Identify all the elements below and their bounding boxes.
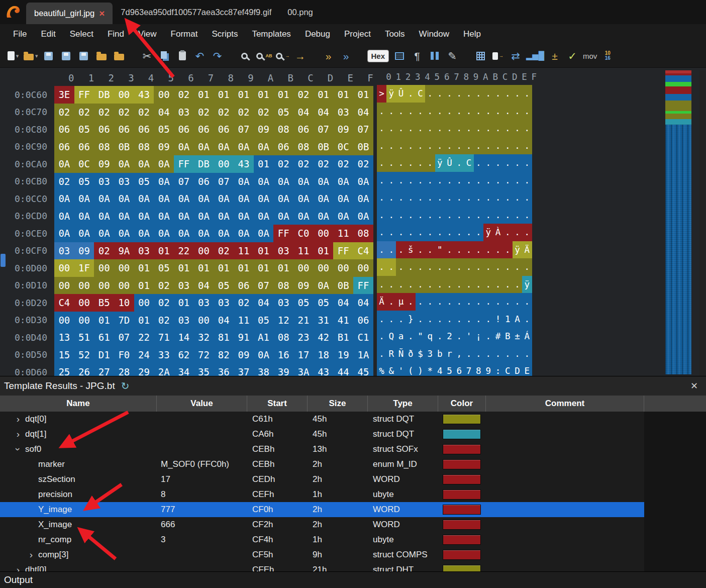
hex-byte[interactable]: 02 <box>234 294 254 312</box>
hex-byte[interactable]: 06 <box>353 312 373 329</box>
ascii-char[interactable]: . <box>435 85 445 103</box>
ascii-char[interactable]: 6 <box>454 362 464 376</box>
find-button[interactable] <box>239 48 253 63</box>
ascii-char[interactable]: . <box>464 276 473 293</box>
hex-byte[interactable]: 06 <box>94 121 114 138</box>
ascii-char[interactable]: . <box>503 85 513 103</box>
histogram-button[interactable]: ▂▅█ <box>526 48 544 63</box>
hex-byte[interactable]: FF <box>174 155 194 173</box>
ascii-char[interactable]: . <box>513 103 522 120</box>
ascii-char[interactable]: } <box>406 311 416 328</box>
show-whitespace-button[interactable]: ¶ <box>410 48 424 63</box>
menu-find[interactable]: Find <box>100 29 131 39</box>
hex-byte[interactable]: 0A <box>214 190 234 208</box>
ascii-char[interactable]: . <box>483 241 493 259</box>
ascii-char[interactable]: . <box>386 293 396 311</box>
ascii-char[interactable]: . <box>377 345 386 363</box>
chevron-icon[interactable]: › <box>11 414 25 425</box>
hex-byte[interactable]: 38 <box>254 363 274 376</box>
hex-byte[interactable]: 51 <box>74 329 94 346</box>
hex-view-button[interactable]: Hex <box>367 48 389 63</box>
ascii-char[interactable]: . <box>454 189 464 207</box>
hex-byte[interactable]: 28 <box>114 363 134 376</box>
ascii-char[interactable]: . <box>406 103 416 120</box>
hex-byte[interactable]: 43 <box>314 363 334 376</box>
ascii-char[interactable]: . <box>377 328 386 345</box>
ascii-char[interactable]: . <box>406 120 416 137</box>
ascii-char[interactable]: 9 <box>483 362 493 376</box>
hex-byte[interactable]: 62 <box>174 346 194 364</box>
undo-button[interactable]: ↶ <box>193 48 207 63</box>
hex-byte[interactable]: 0A <box>194 208 214 225</box>
ascii-char[interactable]: . <box>396 103 406 120</box>
hex-byte[interactable]: 03 <box>174 312 194 329</box>
hex-byte[interactable]: 01 <box>254 242 274 260</box>
ascii-char[interactable]: . <box>377 120 386 137</box>
hex-byte[interactable]: 00 <box>333 259 353 277</box>
hex-byte[interactable]: 06 <box>174 121 194 138</box>
column-header-value[interactable]: Value <box>157 396 247 412</box>
hex-byte[interactable]: 18 <box>314 346 334 364</box>
ascii-char[interactable]: ÿ <box>483 224 493 241</box>
hex-byte[interactable]: 01 <box>154 242 174 260</box>
hex-byte[interactable]: 0C <box>333 138 353 156</box>
ascii-char[interactable]: . <box>406 154 416 172</box>
ascii-char[interactable]: µ <box>396 293 406 311</box>
ascii-char[interactable]: . <box>425 258 435 276</box>
ascii-char[interactable]: . <box>503 189 513 207</box>
hex-byte[interactable]: 01 <box>273 86 293 104</box>
hex-byte[interactable]: 02 <box>273 155 293 173</box>
ascii-char[interactable]: 5 <box>445 362 454 376</box>
hex-byte[interactable]: 0A <box>174 225 194 242</box>
hex-byte[interactable]: 00 <box>134 294 154 312</box>
hex-byte[interactable]: 02 <box>154 312 174 329</box>
ascii-char[interactable]: . <box>445 258 454 276</box>
hex-byte[interactable]: C1 <box>353 329 373 346</box>
ascii-char[interactable]: . <box>386 120 396 137</box>
hex-byte[interactable]: 33 <box>154 346 174 364</box>
ascii-char[interactable]: . <box>425 276 435 293</box>
hex-byte[interactable]: 05 <box>293 294 314 312</box>
ascii-char[interactable]: . <box>464 103 473 120</box>
ascii-char[interactable]: . <box>454 172 464 189</box>
ascii-char[interactable]: . <box>474 189 483 207</box>
ascii-char[interactable]: . <box>483 137 493 155</box>
ascii-char[interactable]: . <box>493 85 502 103</box>
hex-byte[interactable]: 00 <box>293 259 314 277</box>
ascii-char[interactable]: . <box>406 85 416 103</box>
hex-byte[interactable]: 0A <box>234 225 254 242</box>
hex-byte[interactable]: 08 <box>134 138 154 156</box>
vertical-scrollbar[interactable] <box>699 70 705 376</box>
ascii-char[interactable]: . <box>513 345 522 363</box>
column-header-type[interactable]: Type <box>368 396 438 412</box>
ascii-char[interactable]: . <box>416 276 425 293</box>
ascii-char[interactable]: . <box>445 293 454 311</box>
hex-byte[interactable]: 00 <box>314 259 334 277</box>
run-template-button[interactable]: » <box>339 48 353 63</box>
ascii-char[interactable]: . <box>406 258 416 276</box>
ascii-char[interactable]: . <box>493 120 502 137</box>
hex-byte[interactable]: 71 <box>154 329 174 346</box>
ascii-char[interactable]: . <box>503 241 513 259</box>
hex-byte[interactable]: 07 <box>174 173 194 190</box>
ascii-char[interactable]: . <box>493 241 502 259</box>
column-header-start[interactable]: Start <box>247 396 308 412</box>
ascii-char[interactable]: . <box>464 345 473 363</box>
hex-byte[interactable]: 11 <box>234 242 254 260</box>
ascii-char[interactable]: . <box>435 311 445 328</box>
hex-byte[interactable]: 03 <box>194 294 214 312</box>
hex-byte[interactable]: 0A <box>314 173 334 190</box>
ascii-char[interactable]: . <box>474 258 483 276</box>
hex-byte[interactable]: 02 <box>94 242 114 260</box>
ascii-char[interactable]: . <box>377 311 386 328</box>
operations-button[interactable]: ± <box>548 48 562 63</box>
hex-byte[interactable]: 0A <box>114 225 134 242</box>
ascii-char[interactable]: ÿ <box>386 85 396 103</box>
ascii-char[interactable]: . <box>483 103 493 120</box>
hex-byte[interactable]: 09 <box>94 155 114 173</box>
chevron-icon[interactable]: › <box>24 549 38 560</box>
hex-byte[interactable]: 06 <box>194 173 214 190</box>
ascii-char[interactable]: ÿ <box>435 154 445 172</box>
hex-byte[interactable]: 07 <box>214 173 234 190</box>
ascii-char[interactable]: . <box>522 345 532 363</box>
